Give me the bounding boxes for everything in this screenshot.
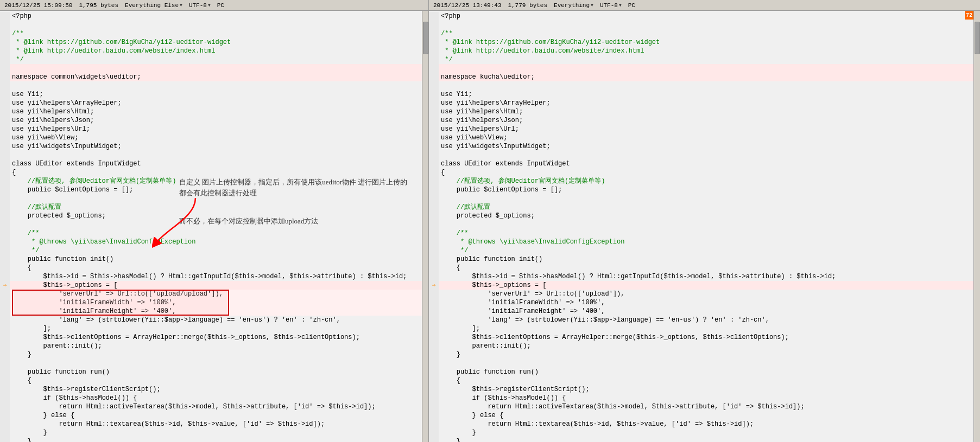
left-code-line: 'lang' => (strtolower(Yii::$app->languag…	[0, 316, 428, 324]
line-text: return Html::activeTextarea($this->model…	[10, 402, 428, 411]
right-line-arrow-indicator	[429, 376, 439, 385]
right-code-line: 'serverUrl' => Url::to(['upload']),	[429, 290, 980, 298]
right-code-line: $this->clientOptions = ArrayHelper::merg…	[429, 333, 980, 342]
right-line-text: //默认配置	[439, 203, 980, 212]
right-code-line: {	[429, 168, 980, 177]
left-encoding-arrow: ▼	[180, 3, 182, 8]
line-arrow-indicator	[0, 81, 10, 90]
right-code-line: ⇒ $this->_options = [	[429, 281, 980, 290]
right-charset-dropdown[interactable]: UTF-8 ▼	[600, 2, 622, 9]
line-arrow-indicator	[0, 203, 10, 212]
left-code-line	[0, 151, 428, 159]
line-arrow-indicator	[0, 264, 10, 272]
right-line-text: 'initialFrameHeight' => '400',	[439, 307, 980, 316]
right-line-text: return Html::activeTextarea($this->model…	[439, 402, 980, 411]
right-encoding-dropdown[interactable]: Everything ▼	[554, 2, 593, 9]
line-text	[10, 64, 428, 73]
right-line-arrow-indicator	[429, 107, 439, 116]
left-code-line: public function run()	[0, 368, 428, 376]
line-text: $this->registerClientScript();	[10, 385, 428, 394]
right-code-scroll[interactable]: <?php/** * @link https://github.com/BigK…	[429, 11, 980, 442]
line-text: } else {	[10, 411, 428, 420]
left-size: 1,795 bytes	[79, 2, 118, 9]
line-arrow-indicator	[0, 385, 10, 394]
right-line-arrow-indicator	[429, 47, 439, 55]
right-code-line	[429, 220, 980, 229]
left-code-line: namespace common\widgets\ueditor;	[0, 73, 428, 81]
right-code-line: /**	[429, 29, 980, 38]
left-code-line: parent::init();	[0, 342, 428, 350]
left-code-line: 'serverUrl' => Url::to(['upload/upload']…	[0, 290, 428, 298]
right-line-text: protected $_options;	[439, 212, 980, 220]
right-code-line	[429, 151, 980, 159]
diff-badge: 72	[965, 11, 973, 20]
right-code-line: return Html::activeTextarea($this->model…	[429, 402, 980, 411]
right-line-text	[439, 151, 980, 159]
line-arrow-indicator	[0, 394, 10, 402]
line-text: /**	[10, 229, 428, 238]
right-line-arrow-indicator	[429, 264, 439, 272]
right-line-arrow-indicator	[429, 220, 439, 229]
line-text	[10, 151, 428, 159]
line-text: return Html::textarea($this->id, $this->…	[10, 420, 428, 428]
right-line-text: parent::init();	[439, 342, 980, 350]
right-code-line: public $clientOptions = [];	[429, 185, 980, 194]
right-line-arrow-indicator	[429, 125, 439, 133]
right-line-arrow-indicator	[429, 255, 439, 264]
line-arrow-indicator	[0, 411, 10, 420]
right-code-line: //配置选项, 参阅Ueditor官网文档(定制菜单等)	[429, 177, 980, 185]
right-line-arrow-indicator	[429, 212, 439, 220]
line-text: use yii\helpers\Html;	[10, 107, 428, 116]
line-arrow-indicator	[0, 272, 10, 281]
line-arrow-indicator: ⇒	[0, 281, 10, 290]
line-arrow-indicator	[0, 133, 10, 142]
line-text: use Yii;	[10, 90, 428, 99]
left-lineending: PC	[217, 2, 224, 9]
right-code-line: use yii\helpers\Json;	[429, 116, 980, 125]
left-code-line: use yii\widgets\InputWidget;	[0, 142, 428, 151]
line-arrow-indicator	[0, 428, 10, 437]
left-encoding-dropdown[interactable]: Everything Else ▼	[125, 2, 182, 9]
right-code-line: 'initialFrameHeight' => '400',	[429, 307, 980, 316]
line-text: namespace common\widgets\ueditor;	[10, 73, 428, 81]
left-code-line: ⇒ $this->_options = [	[0, 281, 428, 290]
line-text: */	[10, 246, 428, 255]
right-code-line: ];	[429, 324, 980, 333]
line-arrow-indicator	[0, 298, 10, 307]
right-code-line	[429, 81, 980, 90]
left-scrollbar-v[interactable]	[422, 11, 428, 442]
right-scrollbar-thumb[interactable]	[975, 22, 980, 54]
right-line-arrow-indicator	[429, 359, 439, 368]
left-scrollbar-thumb[interactable]	[423, 22, 428, 54]
right-line-arrow-indicator	[429, 342, 439, 350]
right-line-text: $this->registerClientScript();	[439, 385, 980, 394]
line-arrow-indicator	[0, 212, 10, 220]
right-code-line: return Html::textarea($this->id, $this->…	[429, 420, 980, 428]
right-line-text: }	[439, 437, 980, 442]
left-code-line: //默认配置	[0, 203, 428, 212]
right-code-line: * @link http://ueditor.baidu.com/website…	[429, 47, 980, 55]
line-text: * @link http://ueditor.baidu.com/website…	[10, 47, 428, 55]
line-text: * @throws \yii\base\InvalidConfigExcepti…	[10, 238, 428, 246]
right-code-line: $this->registerClientScript();	[429, 385, 980, 394]
right-line-text: namespace kucha\ueditor;	[439, 73, 980, 81]
right-lineending: PC	[628, 2, 635, 9]
line-arrow-indicator	[0, 90, 10, 99]
line-arrow-indicator	[0, 168, 10, 177]
left-code-line: * @link http://ueditor.baidu.com/website…	[0, 47, 428, 55]
line-text: 'initialFrameHeight' => '400',	[10, 307, 428, 316]
left-code-scroll[interactable]: <?php/** * @link https://github.com/BigK…	[0, 11, 428, 442]
right-line-text: * @throws \yii\base\InvalidConfigExcepti…	[439, 238, 980, 246]
right-code-line: use yii\widgets\InputWidget;	[429, 142, 980, 151]
right-encoding-arrow: ▼	[591, 3, 593, 8]
right-line-text: 'lang' => (strtolower(Yii::$app->languag…	[439, 316, 980, 324]
right-line-text	[439, 194, 980, 203]
right-code-line: if ($this->hasModel()) {	[429, 394, 980, 402]
right-scrollbar-v[interactable]	[973, 11, 980, 442]
right-line-text: public $clientOptions = [];	[439, 185, 980, 194]
line-arrow-indicator	[0, 402, 10, 411]
right-line-text: /**	[439, 29, 980, 38]
right-line-arrow-indicator	[429, 246, 439, 255]
left-charset-dropdown[interactable]: UTF-8 ▼	[189, 2, 211, 9]
right-line-text: */	[439, 246, 980, 255]
